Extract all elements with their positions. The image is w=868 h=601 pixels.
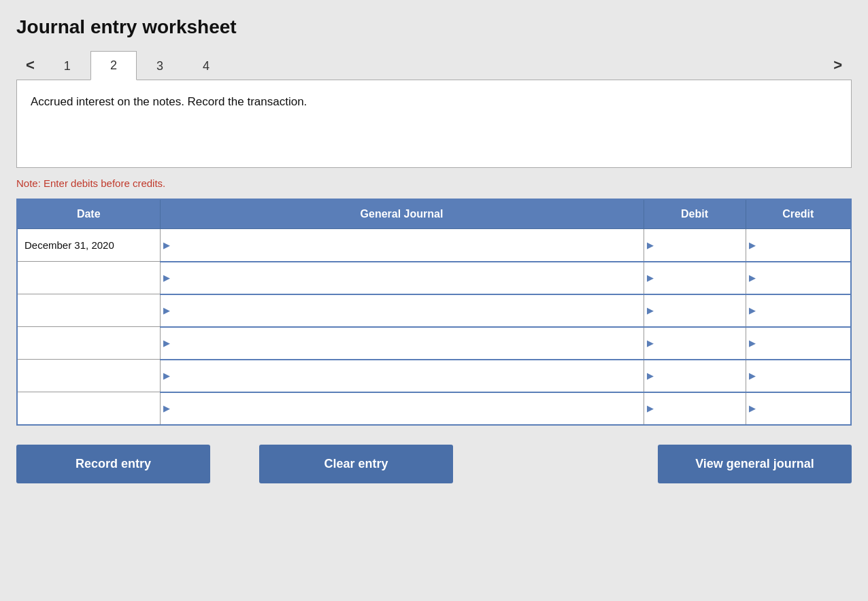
header-credit: Credit [746,199,851,229]
journal-input-0[interactable] [171,237,644,254]
date-cell-1 [17,262,160,294]
debit-cell-3[interactable]: ▶ [644,327,746,360]
journal-arrow-2: ▶ [163,305,170,315]
journal-cell-1[interactable]: ▶ [160,262,644,294]
description-text: Accrued interest on the notes. Record th… [31,95,307,108]
tabs-navigation: < 1 2 3 4 > [16,50,852,80]
credit-arrow-4: ▶ [749,371,756,381]
journal-cell-3[interactable]: ▶ [160,327,644,360]
credit-input-2[interactable] [757,302,851,319]
table-row: ▶▶▶ [17,392,851,425]
credit-input-5[interactable] [757,400,851,417]
debit-arrow-1: ▶ [647,273,654,283]
debit-input-5[interactable] [655,400,746,417]
table-row: ▶▶▶ [17,360,851,392]
header-debit: Debit [644,199,746,229]
note-text: Note: Enter debits before credits. [16,177,852,189]
credit-input-0[interactable] [757,237,851,254]
journal-cell-5[interactable]: ▶ [160,392,644,425]
journal-arrow-1: ▶ [163,273,170,283]
debit-input-1[interactable] [655,269,746,286]
journal-input-5[interactable] [171,400,644,417]
view-general-journal-button[interactable]: View general journal [658,445,852,483]
tab-2[interactable]: 2 [90,51,137,80]
credit-arrow-1: ▶ [749,273,756,283]
date-cell-4 [17,360,160,392]
credit-arrow-2: ▶ [749,305,756,315]
journal-table: Date General Journal Debit Credit Decemb… [16,199,852,426]
next-arrow[interactable]: > [824,51,852,80]
debit-cell-5[interactable]: ▶ [644,392,746,425]
tab-4[interactable]: 4 [183,52,229,80]
journal-input-1[interactable] [171,269,644,286]
debit-arrow-0: ▶ [647,240,654,250]
credit-cell-1[interactable]: ▶ [746,262,851,294]
debit-arrow-5: ▶ [647,403,654,413]
credit-cell-0[interactable]: ▶ [746,229,851,262]
clear-entry-button[interactable]: Clear entry [259,445,453,483]
debit-arrow-2: ▶ [647,305,654,315]
header-date: Date [17,199,160,229]
debit-arrow-4: ▶ [647,371,654,381]
journal-arrow-5: ▶ [163,403,170,413]
tab-3[interactable]: 3 [137,52,183,80]
date-cell-5 [17,392,160,425]
credit-arrow-0: ▶ [749,240,756,250]
table-row: ▶▶▶ [17,294,851,327]
journal-arrow-4: ▶ [163,371,170,381]
date-cell-2 [17,294,160,327]
page-title: Journal entry worksheet [16,16,852,38]
credit-cell-5[interactable]: ▶ [746,392,851,425]
debit-arrow-3: ▶ [647,338,654,348]
journal-cell-4[interactable]: ▶ [160,360,644,392]
date-cell-0: December 31, 2020 [17,229,160,262]
credit-arrow-5: ▶ [749,403,756,413]
journal-input-2[interactable] [171,302,644,319]
description-box: Accrued interest on the notes. Record th… [16,80,852,168]
debit-cell-0[interactable]: ▶ [644,229,746,262]
credit-cell-2[interactable]: ▶ [746,294,851,327]
credit-arrow-3: ▶ [749,338,756,348]
credit-cell-4[interactable]: ▶ [746,360,851,392]
debit-input-2[interactable] [655,302,746,319]
record-entry-button[interactable]: Record entry [16,445,210,483]
journal-arrow-0: ▶ [163,240,170,250]
table-row: ▶▶▶ [17,262,851,294]
journal-arrow-3: ▶ [163,338,170,348]
credit-input-4[interactable] [757,367,851,384]
table-row: ▶▶▶ [17,327,851,360]
debit-input-3[interactable] [655,334,746,351]
journal-cell-2[interactable]: ▶ [160,294,644,327]
journal-input-4[interactable] [171,367,644,384]
debit-cell-2[interactable]: ▶ [644,294,746,327]
table-row: December 31, 2020▶▶▶ [17,229,851,262]
tab-1[interactable]: 1 [44,52,90,80]
action-buttons: Record entry Clear entry View general jo… [16,445,852,483]
journal-cell-0[interactable]: ▶ [160,229,644,262]
header-journal: General Journal [160,199,644,229]
debit-input-0[interactable] [655,237,746,254]
credit-cell-3[interactable]: ▶ [746,327,851,360]
prev-arrow[interactable]: < [16,51,44,80]
journal-input-3[interactable] [171,334,644,351]
debit-cell-1[interactable]: ▶ [644,262,746,294]
date-cell-3 [17,327,160,360]
debit-input-4[interactable] [655,367,746,384]
debit-cell-4[interactable]: ▶ [644,360,746,392]
credit-input-3[interactable] [757,334,851,351]
credit-input-1[interactable] [757,269,851,286]
